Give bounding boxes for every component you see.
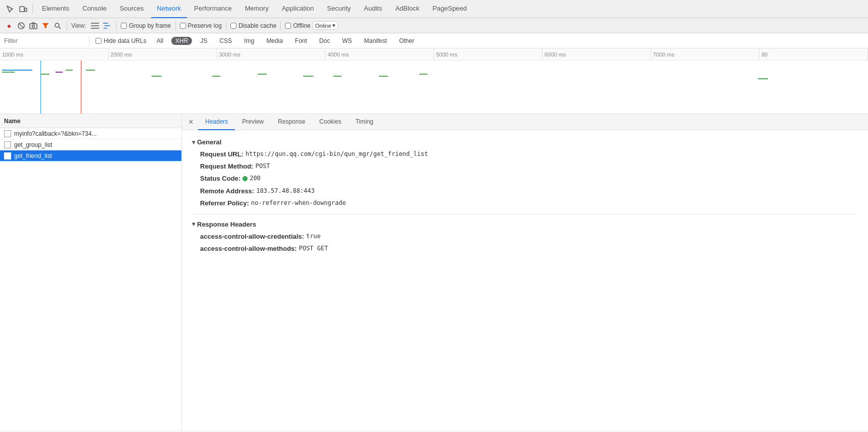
tick-4000: 4000 ms	[325, 48, 434, 60]
svg-point-6	[55, 23, 59, 27]
timeline-bar-8	[212, 76, 220, 77]
detail-tab-headers[interactable]: Headers	[198, 114, 235, 130]
toolbar-separator-3	[175, 21, 176, 30]
list-header-label: Name	[4, 118, 21, 125]
timeline-bar-9	[258, 74, 267, 75]
req-checkbox-group-list[interactable]	[4, 141, 11, 148]
req-checkbox-myinfo[interactable]	[4, 130, 11, 137]
svg-point-5	[32, 25, 35, 27]
camera-button[interactable]	[28, 21, 38, 31]
clear-button[interactable]	[16, 21, 26, 31]
remote-address-key: Remote Address:	[200, 187, 254, 196]
type-btn-js[interactable]: JS	[196, 37, 211, 45]
type-btn-img[interactable]: Img	[240, 37, 258, 45]
tab-application[interactable]: Application	[276, 0, 320, 18]
status-code-row: Status Code: 200	[192, 174, 858, 183]
tab-console[interactable]: Console	[76, 0, 113, 18]
detail-tab-response[interactable]: Response	[271, 114, 312, 130]
type-btn-doc[interactable]: Doc	[315, 37, 334, 45]
timeline-ruler: 1000 ms 2000 ms 3000 ms 4000 ms 5000 ms …	[0, 48, 868, 61]
svg-rect-4	[30, 24, 37, 29]
vertical-marker-blue	[40, 61, 41, 114]
referrer-policy-key: Referrer Policy:	[200, 199, 249, 208]
tab-pagespeed[interactable]: PageSpeed	[426, 0, 473, 18]
search-button[interactable]	[53, 21, 63, 31]
throttling-select[interactable]: Online ▾	[313, 21, 338, 30]
toolbar-separator-2	[116, 21, 117, 30]
request-item-group-list[interactable]: get_group_list	[0, 139, 181, 150]
type-btn-ws[interactable]: WS	[338, 37, 356, 45]
device-toggle-icon[interactable]	[17, 3, 29, 15]
request-method-key: Request Method:	[200, 162, 253, 171]
timeline-bar-12	[379, 76, 388, 77]
filter-input[interactable]	[4, 37, 85, 44]
type-btn-other[interactable]: Other	[395, 37, 418, 45]
detail-panel: × Headers Preview Response Cookies Timin…	[182, 114, 868, 430]
req-checkbox-friend-list[interactable]	[4, 152, 11, 159]
view-list-icon[interactable]	[90, 21, 100, 31]
tab-elements[interactable]: Elements	[36, 0, 75, 18]
network-toolbar: ● View: Group by frame Preserve log Disa…	[0, 18, 868, 33]
type-btn-media[interactable]: Media	[262, 37, 287, 45]
type-btn-manifest[interactable]: Manifest	[360, 37, 391, 45]
detail-close-button[interactable]: ×	[186, 117, 196, 127]
main-area: Name myinfo?callback=?&bkn=734... get_gr…	[0, 114, 868, 430]
offline-checkbox[interactable]: Offline	[285, 22, 310, 29]
timeline-bar-1	[2, 70, 32, 71]
request-item-myinfo[interactable]: myinfo?callback=?&bkn=734...	[0, 128, 181, 139]
access-control-credentials-val: true	[306, 232, 321, 241]
preserve-log-checkbox[interactable]: Preserve log	[180, 22, 222, 29]
hide-data-urls-checkbox[interactable]: Hide data URLs	[93, 36, 149, 45]
separator	[32, 4, 33, 14]
response-headers-section-header[interactable]: Response Headers	[192, 221, 858, 228]
access-control-methods-row: access-control-allow-methods: POST GET	[192, 244, 858, 253]
request-list: Name myinfo?callback=?&bkn=734... get_gr…	[0, 114, 182, 430]
disable-cache-checkbox[interactable]: Disable cache	[230, 22, 276, 29]
request-url-row: Request URL: https://qun.qq.com/cgi-bin/…	[192, 150, 858, 159]
req-name-myinfo: myinfo?callback=?&bkn=734...	[14, 130, 97, 137]
tab-adblock[interactable]: AdBlock	[389, 0, 425, 18]
group-by-frame-checkbox[interactable]: Group by frame	[121, 22, 171, 29]
access-control-methods-val: POST GET	[299, 244, 328, 253]
tab-security[interactable]: Security	[321, 0, 357, 18]
svg-line-3	[19, 24, 23, 28]
type-btn-css[interactable]: CSS	[215, 37, 236, 45]
timeline-bar-2	[2, 72, 15, 73]
type-btn-all[interactable]: All	[153, 37, 167, 45]
tab-network[interactable]: Network	[151, 0, 187, 18]
view-waterfall-icon[interactable]	[102, 21, 112, 31]
type-btn-font[interactable]: Font	[291, 37, 311, 45]
type-btn-xhr[interactable]: XHR	[171, 37, 192, 45]
request-item-friend-list[interactable]: get_friend_list	[0, 150, 181, 161]
timeline-bar-last	[758, 78, 768, 79]
detail-tab-cookies[interactable]: Cookies	[312, 114, 348, 130]
tab-performance[interactable]: Performance	[188, 0, 237, 18]
record-button[interactable]: ●	[4, 21, 14, 31]
detail-tabs: × Headers Preview Response Cookies Timin…	[182, 114, 868, 130]
toolbar-separator	[67, 21, 67, 30]
cursor-icon[interactable]	[4, 3, 16, 15]
general-section-header[interactable]: General	[192, 138, 858, 146]
svg-rect-1	[25, 8, 27, 12]
access-control-methods-key: access-control-allow-methods:	[200, 244, 297, 253]
tab-sources[interactable]: Sources	[114, 0, 150, 18]
timeline-bar-5	[66, 70, 73, 71]
filter-button[interactable]	[40, 21, 51, 31]
svg-line-7	[59, 27, 61, 29]
timeline-bar-11	[333, 76, 342, 77]
view-label: View:	[71, 22, 86, 29]
toolbar-separator-5	[280, 21, 281, 30]
tab-audits[interactable]: Audits	[358, 0, 388, 18]
request-url-key: Request URL:	[200, 150, 244, 159]
access-control-credentials-key: access-control-allow-credentials:	[200, 232, 304, 241]
request-url-val: https://qun.qq.com/cgi-bin/qun_mgr/get_f…	[246, 150, 428, 158]
status-code-key: Status Code:	[200, 174, 240, 183]
tick-8000: 80	[759, 48, 868, 60]
detail-tab-timing[interactable]: Timing	[348, 114, 380, 130]
detail-tab-preview[interactable]: Preview	[235, 114, 271, 130]
list-header: Name	[0, 114, 181, 128]
timeline-bar-13	[419, 74, 427, 75]
remote-address-val: 183.57.48.88:443	[256, 187, 315, 195]
referrer-policy-val: no-referrer-when-downgrade	[251, 199, 346, 207]
tab-memory[interactable]: Memory	[239, 0, 275, 18]
